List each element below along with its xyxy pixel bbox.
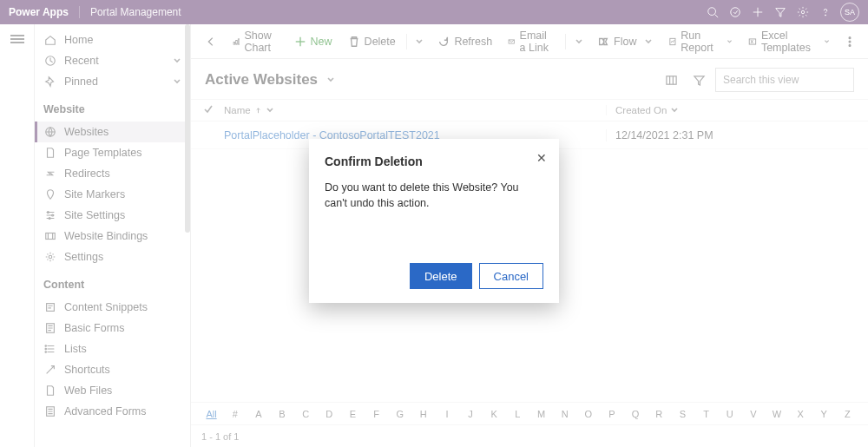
- dialog-body: Do you want to delete this Website? You …: [325, 181, 543, 211]
- confirm-deletion-dialog: ✕ Confirm Deletion Do you want to delete…: [309, 139, 559, 303]
- modal-overlay: ✕ Confirm Deletion Do you want to delete…: [0, 0, 868, 447]
- dialog-cancel-button[interactable]: Cancel: [479, 263, 543, 289]
- dialog-delete-button[interactable]: Delete: [410, 263, 472, 289]
- dialog-title: Confirm Deletion: [325, 154, 543, 168]
- close-icon[interactable]: ✕: [536, 151, 547, 165]
